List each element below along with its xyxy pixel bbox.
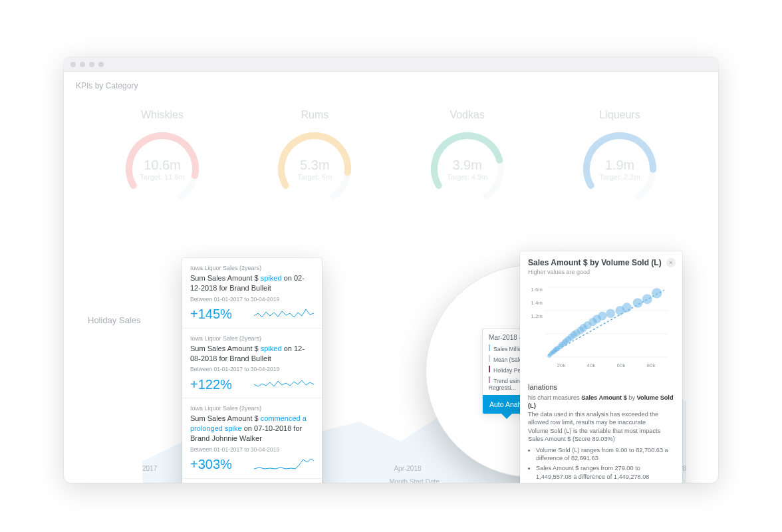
svg-text:60k: 60k <box>617 362 626 368</box>
app-window: KPIs by Category Whiskies 10.6m Target: … <box>64 57 718 483</box>
gauge-vodkas[interactable]: Vodkas 3.9m Target: 4.9m <box>401 109 534 209</box>
gauge-whiskies[interactable]: Whiskies 10.6m Target: 11.6m <box>96 109 229 209</box>
window-titlebar <box>64 57 718 72</box>
svg-text:80k: 80k <box>647 362 656 368</box>
insight-item[interactable]: Iowa Liquor Sales (2years) Sum Sales Amo… <box>182 329 322 399</box>
side-label: Holiday Sales <box>88 315 141 325</box>
insight-text: Sum Sales Amount $ spiked on 02-12-2018 … <box>190 273 314 293</box>
insight-source: Iowa Liquor Sales (2years) <box>190 405 314 412</box>
gauge-title: Vodkas <box>401 109 534 121</box>
svg-text:1.2m: 1.2m <box>531 313 543 319</box>
explore-all-link[interactable]: Explore All <box>182 479 322 483</box>
svg-point-45 <box>642 294 652 304</box>
svg-point-41 <box>606 309 615 319</box>
traffic-light-close[interactable] <box>70 62 76 67</box>
explanation-line-1: his chart measures Sales Amount $ by Vol… <box>528 394 674 410</box>
gauge-liqueurs[interactable]: Liqueurs 1.9m Target: 2.2m <box>553 109 686 209</box>
sparkline <box>254 457 314 473</box>
svg-point-43 <box>622 303 632 312</box>
gauge-value: 1.9m <box>605 158 634 173</box>
gauge-title: Liqueurs <box>553 109 686 121</box>
insight-text: Sum Sales Amount $ spiked on 12-08-2018 … <box>190 344 314 364</box>
svg-point-46 <box>652 288 662 298</box>
explanation-line-3: Volume Sold (L) is the variable that mos… <box>528 427 674 444</box>
gauge-rums[interactable]: Rums 5.3m Target: 6m <box>248 109 381 209</box>
insight-source: Iowa Liquor Sales (2years) <box>190 335 314 342</box>
svg-point-40 <box>598 312 606 321</box>
svg-text:1.4m: 1.4m <box>531 300 543 306</box>
gauge-value: 3.9m <box>452 158 481 173</box>
gauge-title: Rums <box>248 109 381 121</box>
insight-delta: +303% <box>190 457 232 472</box>
panel-close-icon[interactable]: × <box>666 258 676 267</box>
gauge-title: Whiskies <box>96 109 229 121</box>
explanation-bullet: Sales Amount $ ranges from 279.00 to 1,4… <box>536 464 674 481</box>
svg-text:40k: 40k <box>587 362 596 368</box>
gauge-value: 10.6m <box>144 158 181 173</box>
traffic-light-minimize[interactable] <box>80 62 85 67</box>
traffic-light-extra <box>98 62 104 67</box>
insights-card: Iowa Liquor Sales (2years) Sum Sales Amo… <box>182 258 322 483</box>
svg-point-44 <box>633 298 643 308</box>
gauge-target: Target: 4.9m <box>447 173 487 181</box>
insight-text: Sum Sales Amount $ commenced a prolonged… <box>190 414 314 444</box>
sparkline <box>254 307 314 323</box>
scatter-title: Sales Amount $ by Volume Sold (L) <box>528 258 674 267</box>
svg-text:20k: 20k <box>557 362 567 368</box>
insight-item[interactable]: Iowa Liquor Sales (2years) Sum Sales Amo… <box>182 258 322 329</box>
insight-delta: +145% <box>190 307 232 322</box>
gauge-target: Target: 6m <box>297 173 332 181</box>
explanation-line-2: The data used in this analysis has excee… <box>528 410 674 427</box>
insight-source: Iowa Liquor Sales (2years) <box>190 265 314 271</box>
x-tick-label: Apr-2018 <box>394 465 421 472</box>
scatter-chart: 1.6m1.4m1.2m 20k40k60k80k <box>528 281 674 374</box>
scatter-panel: × Sales Amount $ by Volume Sold (L) High… <box>520 251 682 483</box>
insight-range: Between 01-01-2017 to 30-04-2019 <box>190 296 314 303</box>
scatter-subtitle: Higher values are good <box>528 269 674 275</box>
insight-item[interactable]: Iowa Liquor Sales (2years) Sum Sales Amo… <box>182 398 322 479</box>
page-title: KPIs by Category <box>76 81 706 90</box>
explanation-bullet: Volume Sold (L) ranges from 9.00 to 82,7… <box>536 446 674 463</box>
insight-range: Between 01-01-2017 to 30-04-2019 <box>190 446 314 453</box>
gauge-value: 5.3m <box>300 158 329 173</box>
explanations-heading: lanations <box>528 383 674 391</box>
insight-range: Between 01-01-2017 to 30-04-2019 <box>190 366 314 372</box>
dashboard-background: Whiskies 10.6m Target: 11.6m Rums <box>76 109 706 209</box>
sparkline <box>254 376 314 392</box>
gauge-target: Target: 2.2m <box>599 173 640 181</box>
traffic-light-zoom[interactable] <box>89 62 94 67</box>
insight-delta: +122% <box>190 377 232 392</box>
gauge-target: Target: 11.6m <box>140 173 184 181</box>
svg-text:1.6m: 1.6m <box>531 287 543 293</box>
x-tick-label: 2017 <box>142 465 157 472</box>
